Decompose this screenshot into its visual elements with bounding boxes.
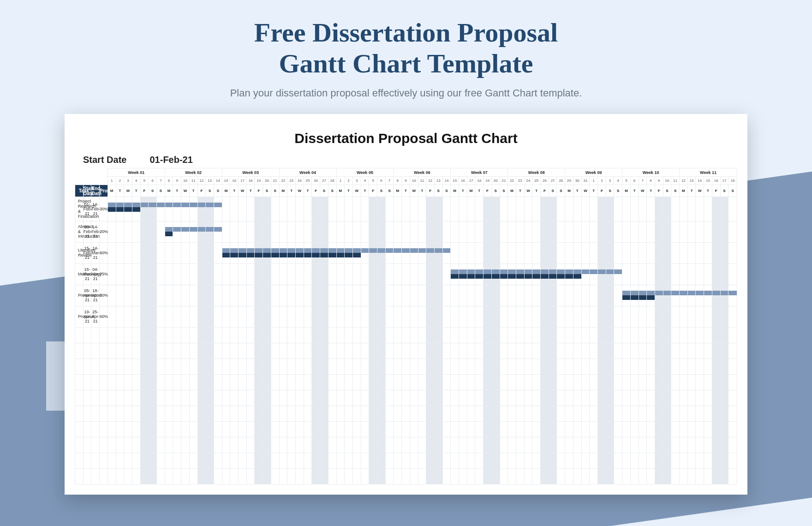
day-number: 3 [352, 177, 361, 185]
gantt-cell [680, 242, 688, 263]
gantt-cell [500, 263, 508, 285]
plan-bar [573, 269, 581, 274]
gantt-cell [239, 242, 247, 263]
gantt-cell [279, 242, 287, 263]
task-row: Proposal19-Apr-2125-Apr-2160% [75, 306, 737, 327]
gantt-cell [630, 285, 639, 306]
gantt-cell [598, 263, 606, 285]
task-name: Project Research & Finalization [75, 197, 84, 221]
dow-header: F [369, 185, 377, 197]
gantt-cell [361, 242, 369, 263]
gantt-cell [116, 221, 124, 242]
day-number: 1 [590, 177, 598, 185]
day-number: 27 [320, 177, 328, 185]
gantt-cell [271, 306, 279, 327]
progress-bar [475, 274, 483, 279]
gantt-cell [524, 221, 532, 242]
day-number: 14 [442, 177, 451, 185]
gantt-cell [173, 285, 181, 306]
day-number: 17 [239, 177, 247, 185]
gantt-cell [663, 306, 671, 327]
plan-bar [345, 248, 352, 253]
gantt-cell [532, 242, 541, 263]
gantt-cell [720, 306, 728, 327]
progress-bar [247, 253, 255, 257]
gantt-cell [263, 263, 271, 285]
progress-bar [467, 274, 475, 279]
gantt-cell [157, 221, 165, 242]
gantt-cell [336, 306, 345, 327]
gantt-cell [442, 263, 451, 285]
gantt-cell [598, 306, 606, 327]
day-number: 28 [557, 177, 565, 185]
gantt-cell [263, 306, 271, 327]
gantt-cell [107, 306, 116, 327]
gantt-cell [696, 197, 704, 221]
gantt-cell [573, 285, 581, 306]
gantt-cell [197, 306, 206, 327]
gantt-cell [230, 197, 239, 221]
gantt-cell [320, 263, 328, 285]
gantt-cell [484, 263, 492, 285]
plan-bar [598, 269, 606, 274]
week-header: Week 08 [508, 168, 565, 177]
gantt-cell [598, 285, 606, 306]
gantt-cell [687, 306, 696, 327]
plan-bar [181, 227, 189, 232]
progress-bar [500, 274, 508, 279]
gantt-cell [369, 221, 377, 242]
gantt-cell [687, 263, 696, 285]
gantt-cell [189, 221, 197, 242]
gantt-cell [287, 221, 296, 242]
task-row: Methodology15-Mar-2104-Apr-2175% [75, 263, 737, 285]
gantt-cell [312, 197, 320, 221]
gantt-cell [377, 263, 386, 285]
plan-bar [500, 269, 508, 274]
dow-header: W [467, 185, 475, 197]
gantt-cell [107, 221, 116, 242]
gantt-cell [614, 197, 622, 221]
plan-bar [525, 269, 532, 274]
gantt-cell [467, 263, 475, 285]
gantt-cell [687, 197, 696, 221]
gantt-cell [484, 306, 492, 327]
chart-title: Dissertation Proposal Gantt Chart [75, 131, 737, 146]
gantt-cell [140, 306, 149, 327]
gantt-cell [255, 221, 263, 242]
gantt-cell [712, 263, 720, 285]
gantt-cell [639, 242, 647, 263]
gantt-cell [712, 221, 720, 242]
day-number: 27 [549, 177, 557, 185]
dow-header: T [459, 185, 467, 197]
gantt-cell [508, 285, 516, 306]
gantt-cell [524, 242, 532, 263]
gantt-cell [696, 221, 704, 242]
gantt-cell [639, 306, 647, 327]
gantt-cell [565, 221, 573, 242]
gantt-cell [287, 263, 296, 285]
gantt-cell [500, 285, 508, 306]
gantt-cell [663, 197, 671, 221]
plan-bar [680, 291, 687, 295]
dow-header: S [671, 185, 680, 197]
gantt-cell [524, 197, 532, 221]
start-date-label: Start Date [83, 155, 126, 165]
plan-bar [590, 269, 597, 274]
plan-bar [353, 248, 361, 253]
gantt-cell [590, 263, 598, 285]
gantt-cell [434, 242, 442, 263]
gantt-cell [222, 263, 230, 285]
gantt-cell [451, 242, 459, 263]
gantt-cell [541, 242, 549, 263]
day-number: 11 [671, 177, 680, 185]
gantt-cell [581, 221, 590, 242]
gantt-cell [132, 221, 140, 242]
gantt-cell [320, 197, 328, 221]
empty-row [75, 343, 737, 359]
page-subtitle: Plan your dissertation proposal effectiv… [0, 87, 812, 99]
gantt-cell [173, 242, 181, 263]
plan-bar [280, 248, 287, 253]
plan-bar [304, 248, 312, 253]
gantt-cell [598, 242, 606, 263]
gantt-cell [124, 263, 132, 285]
